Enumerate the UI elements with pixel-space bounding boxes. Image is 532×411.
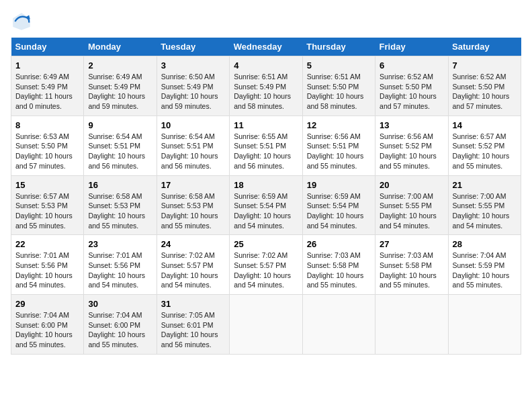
day-number: 6 [380,60,443,71]
day-number: 24 [161,239,225,249]
calendar-cell: 21 Sunrise: 7:00 AM Sunset: 5:55 PM Dayl… [448,175,521,235]
week-row-3: 15 Sunrise: 6:57 AM Sunset: 5:53 PM Dayl… [11,175,521,235]
day-info: Sunrise: 6:49 AM Sunset: 5:49 PM Dayligh… [15,72,79,111]
calendar-cell: 29 Sunrise: 7:04 AM Sunset: 6:00 PM Dayl… [11,295,84,355]
page-header [11,11,521,32]
day-number: 2 [88,60,152,71]
day-info: Sunrise: 7:00 AM Sunset: 5:55 PM Dayligh… [453,191,517,231]
day-number: 11 [234,120,298,130]
day-number: 4 [234,60,298,71]
day-info: Sunrise: 7:04 AM Sunset: 6:00 PM Dayligh… [88,310,152,350]
day-info: Sunrise: 7:03 AM Sunset: 5:58 PM Dayligh… [307,250,371,290]
calendar-cell: 14 Sunrise: 6:57 AM Sunset: 5:52 PM Dayl… [448,116,521,175]
week-row-1: 1 Sunrise: 6:49 AM Sunset: 5:49 PM Dayli… [11,56,521,116]
day-info: Sunrise: 6:51 AM Sunset: 5:50 PM Dayligh… [307,72,371,111]
calendar-cell: 12 Sunrise: 6:56 AM Sunset: 5:51 PM Dayl… [302,116,375,175]
day-info: Sunrise: 6:55 AM Sunset: 5:51 PM Dayligh… [234,132,298,171]
calendar-cell: 2 Sunrise: 6:49 AM Sunset: 5:49 PM Dayli… [84,56,157,116]
week-row-4: 22 Sunrise: 7:01 AM Sunset: 5:56 PM Dayl… [11,235,521,295]
day-number: 14 [453,120,517,130]
logo-icon [11,11,32,32]
calendar-cell: 4 Sunrise: 6:51 AM Sunset: 5:49 PM Dayli… [230,56,302,116]
calendar-cell: 27 Sunrise: 7:03 AM Sunset: 5:58 PM Dayl… [375,235,448,295]
week-row-5: 29 Sunrise: 7:04 AM Sunset: 6:00 PM Dayl… [11,295,521,355]
calendar-cell: 31 Sunrise: 7:05 AM Sunset: 6:01 PM Dayl… [157,295,229,355]
day-info: Sunrise: 6:56 AM Sunset: 5:51 PM Dayligh… [307,132,371,171]
day-info: Sunrise: 6:59 AM Sunset: 5:54 PM Dayligh… [307,191,371,231]
calendar-cell: 9 Sunrise: 6:54 AM Sunset: 5:51 PM Dayli… [84,116,157,175]
calendar-cell: 13 Sunrise: 6:56 AM Sunset: 5:52 PM Dayl… [375,116,448,175]
day-number: 7 [453,60,517,71]
calendar-cell: 18 Sunrise: 6:59 AM Sunset: 5:54 PM Dayl… [230,175,302,235]
day-number: 20 [380,180,443,190]
day-info: Sunrise: 6:52 AM Sunset: 5:50 PM Dayligh… [380,72,443,111]
day-info: Sunrise: 6:57 AM Sunset: 5:53 PM Dayligh… [15,191,79,231]
calendar-table: SundayMondayTuesdayWednesdayThursdayFrid… [11,38,521,355]
day-info: Sunrise: 7:01 AM Sunset: 5:56 PM Dayligh… [88,250,152,290]
day-number: 13 [380,120,443,130]
calendar-cell: 1 Sunrise: 6:49 AM Sunset: 5:49 PM Dayli… [11,56,84,116]
calendar-cell: 26 Sunrise: 7:03 AM Sunset: 5:58 PM Dayl… [302,235,375,295]
day-number: 31 [161,299,225,309]
day-info: Sunrise: 6:52 AM Sunset: 5:50 PM Dayligh… [453,72,517,111]
calendar-cell: 19 Sunrise: 6:59 AM Sunset: 5:54 PM Dayl… [302,175,375,235]
week-row-2: 8 Sunrise: 6:53 AM Sunset: 5:50 PM Dayli… [11,116,521,175]
day-info: Sunrise: 7:04 AM Sunset: 6:00 PM Dayligh… [15,310,79,350]
calendar-cell: 10 Sunrise: 6:54 AM Sunset: 5:51 PM Dayl… [157,116,229,175]
day-number: 9 [88,120,152,130]
day-header-sunday: Sunday [11,38,84,56]
day-number: 3 [161,60,225,71]
day-info: Sunrise: 6:54 AM Sunset: 5:51 PM Dayligh… [161,132,225,171]
day-info: Sunrise: 6:59 AM Sunset: 5:54 PM Dayligh… [234,191,298,231]
day-number: 5 [307,60,371,71]
day-info: Sunrise: 6:56 AM Sunset: 5:52 PM Dayligh… [380,132,443,171]
day-info: Sunrise: 6:57 AM Sunset: 5:52 PM Dayligh… [453,132,517,171]
day-number: 26 [307,239,371,249]
day-number: 8 [15,120,79,130]
calendar-header-row: SundayMondayTuesdayWednesdayThursdayFrid… [11,38,521,56]
day-header-wednesday: Wednesday [230,38,302,56]
day-info: Sunrise: 7:04 AM Sunset: 5:59 PM Dayligh… [453,250,517,290]
calendar-cell: 28 Sunrise: 7:04 AM Sunset: 5:59 PM Dayl… [448,235,521,295]
day-info: Sunrise: 7:02 AM Sunset: 5:57 PM Dayligh… [161,250,225,290]
day-info: Sunrise: 7:00 AM Sunset: 5:55 PM Dayligh… [380,191,443,231]
day-info: Sunrise: 6:49 AM Sunset: 5:49 PM Dayligh… [88,72,152,111]
day-info: Sunrise: 7:01 AM Sunset: 5:56 PM Dayligh… [15,250,79,290]
day-header-tuesday: Tuesday [157,38,229,56]
day-header-saturday: Saturday [448,38,521,56]
calendar-cell [448,295,521,355]
day-number: 30 [88,299,152,309]
calendar-cell: 8 Sunrise: 6:53 AM Sunset: 5:50 PM Dayli… [11,116,84,175]
calendar-cell: 20 Sunrise: 7:00 AM Sunset: 5:55 PM Dayl… [375,175,448,235]
calendar-cell: 30 Sunrise: 7:04 AM Sunset: 6:00 PM Dayl… [84,295,157,355]
calendar-cell [375,295,448,355]
day-info: Sunrise: 6:51 AM Sunset: 5:49 PM Dayligh… [234,72,298,111]
day-header-thursday: Thursday [302,38,375,56]
day-number: 28 [453,239,517,249]
day-info: Sunrise: 6:58 AM Sunset: 5:53 PM Dayligh… [161,191,225,231]
day-number: 12 [307,120,371,130]
day-number: 22 [15,239,79,249]
day-info: Sunrise: 6:50 AM Sunset: 5:49 PM Dayligh… [161,72,225,111]
day-header-friday: Friday [375,38,448,56]
day-number: 16 [88,180,152,190]
calendar-cell [302,295,375,355]
calendar-cell: 7 Sunrise: 6:52 AM Sunset: 5:50 PM Dayli… [448,56,521,116]
day-number: 21 [453,180,517,190]
day-number: 10 [161,120,225,130]
day-info: Sunrise: 7:02 AM Sunset: 5:57 PM Dayligh… [234,250,298,290]
calendar-cell: 17 Sunrise: 6:58 AM Sunset: 5:53 PM Dayl… [157,175,229,235]
calendar-cell: 11 Sunrise: 6:55 AM Sunset: 5:51 PM Dayl… [230,116,302,175]
calendar-cell: 24 Sunrise: 7:02 AM Sunset: 5:57 PM Dayl… [157,235,229,295]
calendar-cell: 22 Sunrise: 7:01 AM Sunset: 5:56 PM Dayl… [11,235,84,295]
day-number: 19 [307,180,371,190]
day-number: 25 [234,239,298,249]
day-number: 17 [161,180,225,190]
day-number: 1 [15,60,79,71]
day-info: Sunrise: 6:58 AM Sunset: 5:53 PM Dayligh… [88,191,152,231]
logo [11,11,35,32]
day-info: Sunrise: 6:53 AM Sunset: 5:50 PM Dayligh… [15,132,79,171]
day-info: Sunrise: 6:54 AM Sunset: 5:51 PM Dayligh… [88,132,152,171]
day-number: 23 [88,239,152,249]
day-number: 29 [15,299,79,309]
